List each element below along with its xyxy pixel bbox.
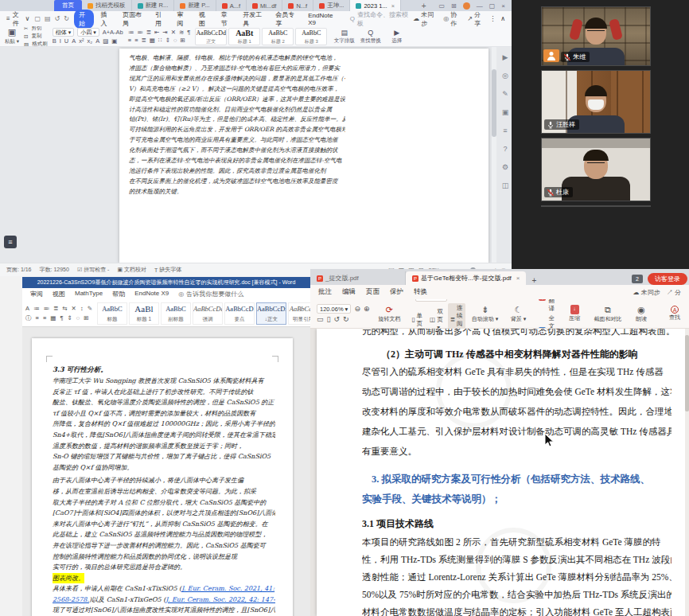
side-tool-icon[interactable]: ▶ xyxy=(503,53,508,61)
ribbon-tab[interactable]: 审阅 xyxy=(173,10,193,29)
copy-button[interactable]: 复制 xyxy=(32,33,42,40)
background-button[interactable]: ☾ 背景 ▾ xyxy=(505,305,532,323)
side-tool-icon[interactable]: ✎ xyxy=(502,90,508,98)
word-ribbon-icon[interactable]: ▦ xyxy=(50,314,56,322)
word-ribbon-icon[interactable]: ≡ xyxy=(43,314,46,322)
paragraph-icon[interactable]: ≡ xyxy=(128,37,131,44)
word-ribbon-icon[interactable]: A xyxy=(25,305,29,312)
word-ribbon-tab[interactable]: MathType xyxy=(75,290,103,298)
style-preset[interactable]: AaBbC 标题 3 xyxy=(295,28,327,45)
style-preset[interactable]: AaBbC 标题 2 xyxy=(262,28,294,45)
word-style-preset[interactable]: AaBbCcD 明显引用 xyxy=(288,302,310,325)
font-tool-icon[interactable]: Ab xyxy=(116,29,123,36)
side-tool-icon[interactable]: ≡ xyxy=(503,127,507,135)
format-painter-button[interactable]: 格式刷 xyxy=(32,41,48,47)
minimize-button[interactable]: — xyxy=(477,2,483,10)
app-grid-icon[interactable]: ⊞ xyxy=(451,2,457,10)
zoom-out-icon[interactable]: ⊖ xyxy=(354,305,360,313)
next-page-button[interactable]: › xyxy=(451,299,453,300)
video-tile[interactable]: 汪胜祥 xyxy=(541,70,651,134)
format-icon[interactable]: x₂ xyxy=(88,37,93,45)
paragraph-icon[interactable]: ⇤ xyxy=(154,29,159,36)
font-family-select[interactable]: 楷体 ▾ xyxy=(53,28,74,37)
ribbon-tab[interactable]: 引用 xyxy=(150,10,171,29)
ribbon-tool-button[interactable]: Q 查找替换 xyxy=(358,29,383,44)
pdf-scrollbar-thumb[interactable] xyxy=(685,335,689,411)
paragraph-icon[interactable]: ◌ xyxy=(173,37,177,44)
pdf-scrollbar[interactable] xyxy=(685,329,689,616)
missing-fonts[interactable]: T缺失字体 xyxy=(154,266,181,274)
user-avatar[interactable] xyxy=(463,2,470,10)
file-menu-button[interactable]: ≡ 文件 ∨ xyxy=(6,10,29,28)
word-style-preset[interactable]: AaBbC 副标题 xyxy=(161,302,191,325)
more-menu-icon[interactable]: ⋮ xyxy=(489,15,496,22)
format-icon[interactable]: x² xyxy=(79,37,84,45)
ribbon-tab[interactable]: 插入 xyxy=(95,10,116,29)
ribbon-tab[interactable]: 视图 xyxy=(194,10,215,29)
ribbon-tab[interactable]: EndNote X9 xyxy=(303,11,341,27)
pdf-menu-item[interactable]: 转换 xyxy=(414,287,427,297)
ribbon-tab[interactable]: 会员专享 xyxy=(271,10,302,29)
quick-icon[interactable]: ▤ xyxy=(45,15,51,22)
video-tile[interactable]: 杜康 xyxy=(541,138,651,201)
word-style-preset[interactable]: AaBbCcDx ↓正文 xyxy=(256,302,286,325)
tell-me-box[interactable]: ◎告诉我你想要做什么 xyxy=(178,290,243,298)
pdf-menu-item[interactable]: 编辑 xyxy=(342,287,356,297)
word-style-preset[interactable]: AaBbC 标题 xyxy=(97,302,127,325)
font-size-select[interactable]: 小四 ▾ xyxy=(77,28,99,37)
vertical-scrollbar[interactable] xyxy=(492,47,496,263)
format-icon[interactable]: B xyxy=(53,37,56,45)
menu-right-item[interactable]: ◎协作 xyxy=(443,10,461,28)
paragraph-icon[interactable]: ▦ xyxy=(150,37,155,44)
word-style-preset[interactable]: AaBbCcD 要点 xyxy=(224,302,255,325)
side-tool-icon[interactable]: ◎ xyxy=(502,72,508,80)
word-style-preset[interactable]: AaBbCcDc 强调 xyxy=(193,302,223,325)
format-icon[interactable]: ▨ xyxy=(103,37,108,45)
word-ribbon-icon[interactable]: ≔ xyxy=(33,305,40,312)
word-title-bar[interactable]: 20221226-Ca3SnS2O9基低介损微波介质陶瓷谐振频率特性自近零的实现… xyxy=(22,277,310,288)
scrollbar-thumb[interactable] xyxy=(492,69,496,137)
format-icon[interactable]: I xyxy=(60,37,61,45)
word-ribbon-icon[interactable]: ⓘ xyxy=(25,314,32,322)
word-ribbon-tab[interactable]: 审阅 xyxy=(30,290,43,298)
share-button[interactable]: ↗ 分 xyxy=(667,288,681,297)
page-fit-icon[interactable]: ↺ xyxy=(333,315,340,323)
paragraph-icon[interactable]: ¶ xyxy=(187,29,190,36)
pdf-menu-item[interactable]: 保护 xyxy=(390,287,403,297)
word-ribbon-tab[interactable]: EndNote X9 xyxy=(134,290,169,298)
font-tool-icon[interactable]: A- xyxy=(110,29,116,36)
word-ribbon-icon[interactable]: ✎ xyxy=(88,305,92,312)
word-ribbon-icon[interactable]: ◌ xyxy=(76,314,80,322)
pdf-active-tab[interactable]: P 基于GeTe相变特...学-提交版.pdf × xyxy=(406,271,526,285)
document-page[interactable]: 气电极、电解液、隔膜、锌电极。相比于传统的有机液态电解质的锂空气电池，准固态（聚… xyxy=(119,49,489,263)
spellcheck-status[interactable]: ☑拼写检查 - xyxy=(77,266,110,274)
style-preset[interactable]: AaBt 标题 1 xyxy=(228,28,260,45)
word-ribbon-tab[interactable]: 视图 xyxy=(53,290,65,298)
snapshot-compare-button[interactable]: ⧉ 截图和对比 xyxy=(594,305,621,323)
word-ribbon-icon[interactable]: ¶ xyxy=(60,314,63,322)
word-document-page[interactable]: 3.3 可行性分析。 华南理工大学 Wu Songping 教授首次发现 CaS… xyxy=(32,338,293,616)
close-button[interactable]: × xyxy=(501,2,505,10)
side-tool-icon[interactable]: ⚙ xyxy=(502,163,508,171)
side-tool-icon[interactable]: ▣ xyxy=(502,108,509,116)
side-tool-icon[interactable]: ? xyxy=(503,145,507,153)
word-style-preset[interactable]: AaBl 标题 1 xyxy=(129,302,159,325)
ribbon-tab[interactable]: 开始 xyxy=(74,10,95,29)
tab-close-icon[interactable]: × xyxy=(391,2,395,10)
ribbon-tool-button[interactable]: ▤ 文字排版 xyxy=(332,29,356,44)
paragraph-icon[interactable]: ⇕ xyxy=(165,37,170,44)
paragraph-icon[interactable]: ≣ xyxy=(146,29,151,36)
paragraph-icon[interactable]: ≔ xyxy=(128,29,134,36)
word-document-area[interactable]: 3.3 可行性分析。 华南理工大学 Wu Songping 教授首次发现 CaS… xyxy=(22,327,310,616)
paragraph-icon[interactable]: ✕ xyxy=(171,29,176,36)
pdf-menu-item[interactable]: 页面 xyxy=(366,287,380,297)
ribbon-tool-button[interactable]: ▶ 选择 xyxy=(384,29,409,44)
paragraph-icon[interactable]: ⇥ xyxy=(162,29,167,36)
new-tab-button[interactable]: + xyxy=(526,276,542,285)
paragraph-icon[interactable]: ⊞ xyxy=(180,37,185,44)
word-ribbon-tab[interactable]: 帮助 xyxy=(112,290,125,298)
ribbon-tab[interactable]: 章节 xyxy=(216,10,237,29)
quick-icon[interactable]: ↺ xyxy=(55,15,60,22)
font-tool-icon[interactable]: A+ xyxy=(103,29,110,36)
pdf-page[interactable]: 元的构型，从而制备出多个高 Q 值模式可动态切换的复杂构型人工超构表面。 （2）… xyxy=(317,329,687,616)
